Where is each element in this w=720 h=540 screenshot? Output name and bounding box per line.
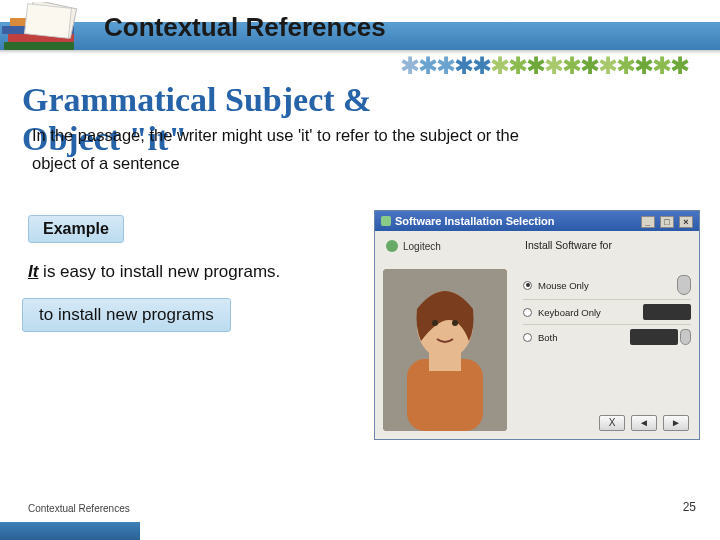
answer-box: to install new programs	[22, 298, 231, 332]
radio-icon	[523, 281, 532, 290]
footer-label: Contextual References	[28, 503, 130, 514]
option-label: Keyboard Only	[538, 307, 637, 318]
installer-heading: Install Software for	[525, 239, 612, 251]
brand-logo: Logitech	[385, 239, 441, 253]
minimize-button[interactable]: _	[641, 216, 655, 228]
star-row: ✱✱✱✱✱✱✱✱✱✱✱✱✱✱✱✱	[400, 52, 688, 80]
device-icon	[677, 275, 691, 295]
star-icon: ✱	[418, 52, 436, 80]
wizard-nav: X ◄ ►	[599, 415, 689, 431]
brand-text: Logitech	[403, 241, 441, 252]
star-icon: ✱	[580, 52, 598, 80]
heading-line1: Grammatical Subject &	[22, 81, 371, 118]
option-label: Both	[538, 332, 624, 343]
sentence-remainder: is easy to install new programs.	[38, 262, 280, 281]
body-line-overlap: In the passage, the writer might use 'it…	[32, 126, 519, 145]
pronoun-it: It	[28, 262, 38, 281]
example-badge: Example	[28, 215, 124, 243]
app-icon	[381, 216, 391, 226]
star-icon: ✱	[454, 52, 472, 80]
cancel-button[interactable]: X	[599, 415, 625, 431]
close-button[interactable]: ×	[679, 216, 693, 228]
star-icon: ✱	[652, 52, 670, 80]
window-controls: _ □ ×	[639, 215, 693, 228]
example-sentence: It is easy to install new programs.	[28, 262, 280, 282]
device-icon	[630, 329, 691, 345]
option-label: Mouse Only	[538, 280, 671, 291]
radio-icon	[523, 333, 532, 342]
install-option[interactable]: Both	[523, 325, 691, 349]
radio-icon	[523, 308, 532, 317]
page-number: 25	[683, 500, 696, 514]
svg-rect-5	[25, 4, 72, 38]
star-icon: ✱	[616, 52, 634, 80]
star-icon: ✱	[490, 52, 508, 80]
star-icon: ✱	[544, 52, 562, 80]
install-options: Mouse OnlyKeyboard OnlyBoth	[523, 271, 691, 349]
content-area: Grammatical Subject & Object "it"	[22, 80, 702, 158]
window-title-text: Software Installation Selection	[395, 215, 555, 227]
window-titlebar: Software Installation Selection _ □ ×	[375, 211, 699, 231]
svg-point-11	[432, 320, 438, 326]
body-line-2: object of a sentence	[32, 152, 702, 174]
install-option[interactable]: Mouse Only	[523, 271, 691, 300]
next-button[interactable]: ►	[663, 415, 689, 431]
svg-rect-10	[429, 351, 461, 371]
svg-point-6	[386, 240, 398, 252]
star-icon: ✱	[526, 52, 544, 80]
main-heading: Grammatical Subject & Object "it"	[22, 80, 702, 158]
star-icon: ✱	[634, 52, 652, 80]
svg-point-12	[452, 320, 458, 326]
installer-window: Software Installation Selection _ □ × Lo…	[374, 210, 700, 440]
books-icon	[0, 2, 92, 64]
star-icon: ✱	[400, 52, 418, 80]
install-option[interactable]: Keyboard Only	[523, 300, 691, 325]
maximize-button[interactable]: □	[660, 216, 674, 228]
star-icon: ✱	[598, 52, 616, 80]
star-icon: ✱	[472, 52, 490, 80]
svg-rect-0	[4, 42, 74, 50]
star-icon: ✱	[562, 52, 580, 80]
slide-title: Contextual References	[104, 12, 386, 43]
device-icon	[643, 304, 691, 320]
footer-accent-bar	[0, 522, 140, 540]
star-icon: ✱	[436, 52, 454, 80]
star-icon: ✱	[670, 52, 688, 80]
star-icon: ✱	[508, 52, 526, 80]
person-photo	[383, 269, 507, 431]
back-button[interactable]: ◄	[631, 415, 657, 431]
